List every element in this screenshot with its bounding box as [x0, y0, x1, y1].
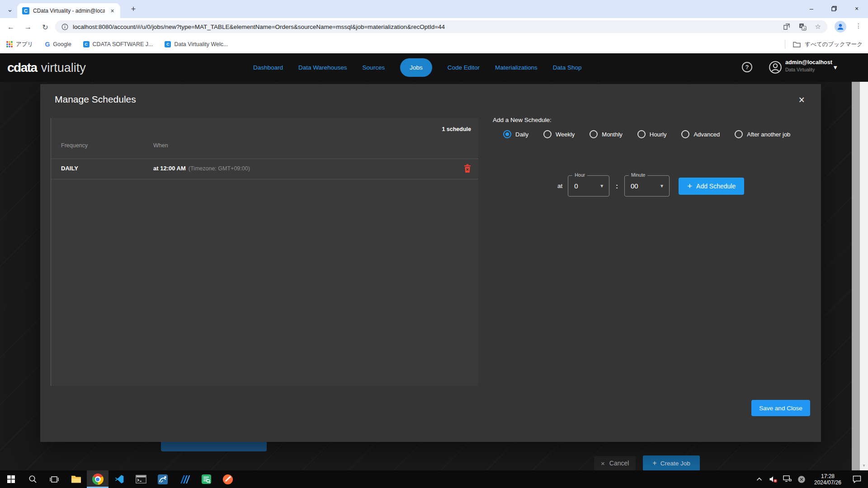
modal-title: Manage Schedules [55, 94, 136, 105]
row-divider [51, 179, 478, 179]
radio-label: Weekly [556, 131, 575, 138]
nav-dashboard[interactable]: Dashboard [253, 64, 283, 71]
back-button[interactable]: ← [5, 22, 16, 33]
nav-sources[interactable]: Sources [363, 64, 385, 71]
chrome-profile-avatar[interactable] [835, 21, 846, 33]
hour-select[interactable]: Hour 0 ▼ [568, 175, 609, 197]
radio-hourly[interactable]: Hourly [637, 130, 667, 138]
radio-advanced[interactable]: Advanced [681, 130, 720, 138]
user-org: Data Virtuality [785, 67, 832, 72]
hour-value: 0 [574, 182, 578, 190]
file-explorer-icon[interactable] [65, 470, 87, 488]
nav-data-shop[interactable]: Data Shop [553, 64, 582, 71]
scroll-down-icon[interactable]: ▼ [860, 464, 868, 468]
minute-select[interactable]: Minute 00 ▼ [624, 175, 670, 197]
select-caret-icon: ▼ [660, 183, 664, 188]
browser-tab[interactable]: C CData Virtuality - admin@locall × [17, 3, 120, 18]
status-globe-icon[interactable] [794, 470, 808, 488]
radio-daily[interactable]: Daily [503, 130, 528, 138]
user-menu[interactable]: admin@localhost Data Virtuality [785, 60, 832, 72]
cancel-button[interactable]: × Cancel [594, 456, 636, 470]
reload-button[interactable]: ↻ [40, 22, 51, 33]
time-separator: : [616, 183, 618, 190]
hidden-blue-button[interactable] [161, 442, 267, 451]
schedule-time: at 12:00 AM [153, 165, 186, 172]
column-header-frequency: Frequency [61, 142, 88, 149]
start-button[interactable] [0, 470, 22, 488]
window-scrollbar[interactable]: ▲ ▼ [860, 53, 868, 470]
pgadmin-icon[interactable] [152, 470, 174, 488]
radio-label: Hourly [650, 131, 667, 138]
terminal-icon[interactable] [130, 470, 152, 488]
postman-icon[interactable] [217, 470, 239, 488]
radio-label: Daily [515, 131, 528, 138]
radio-label: Advanced [693, 131, 720, 138]
radio-after-another-job[interactable]: After another job [735, 130, 790, 138]
select-caret-icon: ▼ [599, 183, 604, 188]
all-bookmarks[interactable]: すべてのブックマーク [785, 40, 863, 49]
task-view-button[interactable] [43, 470, 65, 488]
user-chevron-down-icon[interactable]: ▾ [834, 63, 837, 71]
new-tab-button[interactable]: + [128, 4, 139, 14]
nav-jobs[interactable]: Jobs [400, 58, 432, 77]
vscode-icon[interactable] [108, 470, 130, 488]
notes-app-icon[interactable] [195, 470, 217, 488]
cdata-favicon-icon: C [22, 7, 29, 14]
radio-icon [637, 130, 646, 138]
schedule-count: 1 schedule [442, 126, 471, 132]
tray-chevron-up-icon[interactable] [752, 470, 766, 488]
svg-text:あ: あ [803, 26, 807, 30]
radio-icon [681, 130, 689, 138]
nav-materializations[interactable]: Materializations [495, 64, 538, 71]
add-schedule-section-label: Add a New Schedule: [493, 117, 552, 123]
save-and-close-button[interactable]: Save and Close [751, 400, 810, 416]
folder-icon [793, 41, 801, 47]
chrome-taskbar-icon[interactable] [87, 470, 108, 488]
volume-muted-icon[interactable] [766, 470, 780, 488]
time-controls: at Hour 0 ▼ : Minute 00 ▼ + Add Schedule [557, 175, 744, 197]
network-icon[interactable] [780, 470, 794, 488]
forward-button[interactable]: → [23, 22, 33, 33]
add-schedule-button[interactable]: + Add Schedule [679, 178, 744, 195]
user-name: admin@localhost [785, 60, 832, 66]
screen: ⌄ C CData Virtuality - admin@locall × + … [0, 0, 868, 488]
tab-search-caret-icon[interactable]: ⌄ [5, 4, 15, 14]
nav-data-warehouses[interactable]: Data Warehouses [298, 64, 347, 71]
window-restore-button[interactable] [823, 0, 845, 17]
app-header: cdata virtuality Dashboard Data Warehous… [0, 53, 868, 82]
nav-code-editor[interactable]: Code Editor [448, 64, 480, 71]
modal-close-icon[interactable]: × [799, 94, 805, 106]
taskbar-clock[interactable]: 17:28 2024/07/26 [808, 473, 847, 486]
page-info-icon[interactable] [61, 23, 68, 30]
cdata-virtuality-logo[interactable]: cdata virtuality [7, 61, 86, 75]
user-avatar-icon[interactable] [769, 61, 782, 76]
create-job-button[interactable]: + Create Job [643, 455, 700, 470]
minute-value: 00 [631, 182, 638, 190]
url-text[interactable]: localhost:8080/account/#/u/0/jobs/new?ty… [73, 23, 783, 30]
bookmark-google[interactable]: G Google [45, 41, 71, 48]
open-in-new-icon[interactable] [783, 23, 790, 30]
inner-scrollbar[interactable]: ▲ [852, 53, 860, 470]
tab-close-icon[interactable]: × [108, 7, 116, 14]
radio-monthly[interactable]: Monthly [590, 130, 623, 138]
search-button[interactable] [22, 470, 43, 488]
bookmark-star-icon[interactable]: ☆ [815, 23, 821, 31]
delete-schedule-icon[interactable] [464, 164, 471, 175]
window-close-button[interactable]: × [845, 0, 868, 17]
address-bar[interactable]: localhost:8080/account/#/u/0/jobs/new?ty… [55, 20, 827, 33]
help-icon[interactable]: ? [742, 62, 752, 72]
window-minimize-button[interactable]: – [800, 0, 823, 17]
radio-label: After another job [747, 131, 790, 138]
radio-weekly[interactable]: Weekly [543, 130, 575, 138]
bookmark-apps[interactable]: アプリ [6, 41, 33, 48]
browser-tab-strip: ⌄ C CData Virtuality - admin@locall × + … [0, 0, 868, 18]
action-center-icon[interactable] [847, 470, 866, 488]
bookmark-data-virtuality[interactable]: C Data Virtuality Welc... [165, 41, 228, 47]
layers-app-icon[interactable] [174, 470, 195, 488]
browser-menu-icon[interactable]: ⋮ [854, 22, 863, 29]
cdata-favicon-icon: C [83, 41, 90, 47]
at-label: at [557, 183, 562, 189]
cancel-label: Cancel [609, 460, 629, 467]
bookmark-cdata-software[interactable]: C CDATA SOFTWARE J... [83, 41, 153, 47]
translate-icon[interactable]: Aあ [799, 23, 807, 31]
